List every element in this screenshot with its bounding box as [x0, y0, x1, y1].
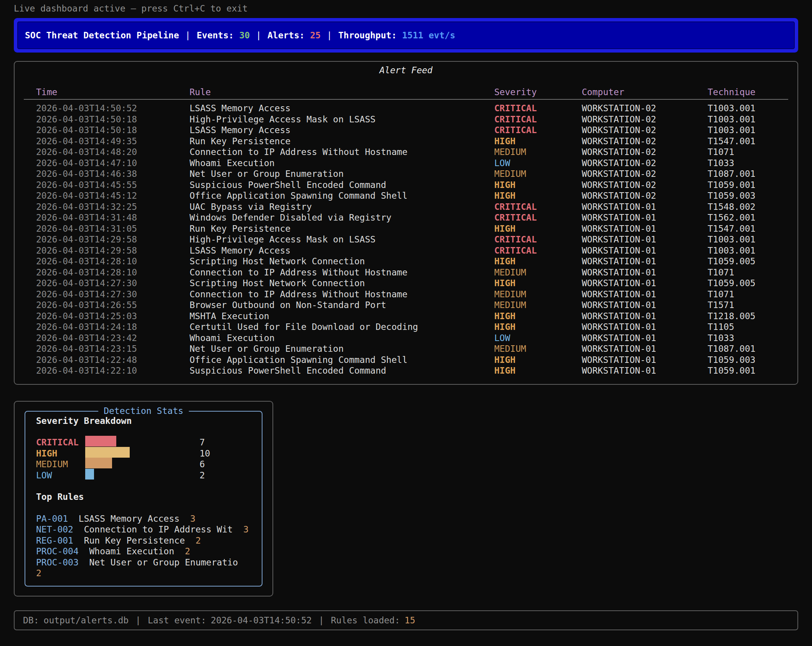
severity-row: CRITICAL 7	[36, 437, 251, 448]
alert-time: 2026-04-03T14:23:42	[24, 333, 177, 344]
alert-technique: T1059.005	[695, 256, 788, 267]
alert-rule: Office Application Spawning Command Shel…	[177, 354, 482, 366]
table-row: 2026-04-03T14:29:58 LSASS Memory Access …	[24, 245, 788, 256]
table-row: 2026-04-03T14:50:18 High-Privilege Acces…	[24, 114, 788, 125]
alert-rule: MSHTA Execution	[177, 311, 482, 322]
column-header-severity: Severity	[482, 87, 569, 98]
last-event-label: Last event:	[148, 615, 206, 625]
table-row: 2026-04-03T14:26:55 Browser Outbound on …	[24, 300, 788, 311]
alert-time: 2026-04-03T14:48:20	[24, 147, 177, 158]
alert-severity: MEDIUM	[482, 147, 569, 158]
severity-breakdown-rows: CRITICAL 7 HIGH 10 MEDIUM 6 LOW 2	[36, 437, 251, 481]
alert-severity: CRITICAL	[482, 201, 569, 213]
severity-label: LOW	[36, 470, 85, 481]
alert-rule: LSASS Memory Access	[177, 125, 482, 136]
alert-computer: WORKSTATION-02	[569, 147, 695, 158]
alert-technique: T1059.001	[695, 365, 788, 376]
alert-time: 2026-04-03T14:29:58	[24, 234, 177, 245]
top-rule-name: Whoami Execution	[89, 546, 174, 556]
alert-computer: WORKSTATION-02	[569, 190, 695, 201]
alert-time: 2026-04-03T14:23:15	[24, 343, 177, 354]
alert-technique: T1003.001	[695, 245, 788, 256]
throughput-value: 1511 evt/s	[402, 30, 455, 40]
alert-computer: WORKSTATION-01	[569, 321, 695, 333]
alert-technique: T1087.001	[695, 343, 788, 354]
alert-time: 2026-04-03T14:31:48	[24, 212, 177, 223]
alert-time: 2026-04-03T14:24:18	[24, 321, 177, 333]
alert-feed-panel: Alert Feed Time Rule Severity Computer T…	[14, 61, 798, 385]
alert-severity: HIGH	[482, 136, 569, 147]
alert-time: 2026-04-03T14:25:03	[24, 311, 177, 322]
alert-computer: WORKSTATION-02	[569, 114, 695, 125]
alert-severity: CRITICAL	[482, 125, 569, 136]
alert-severity: HIGH	[482, 311, 569, 322]
alert-computer: WORKSTATION-01	[569, 278, 695, 289]
top-rule-count: 2	[36, 568, 41, 578]
severity-row: HIGH 10	[36, 448, 251, 459]
alert-technique: T1059.003	[695, 190, 788, 201]
alert-severity: MEDIUM	[482, 267, 569, 278]
table-row: 2026-04-03T14:50:52 LSASS Memory Access …	[24, 103, 788, 114]
alert-severity: HIGH	[482, 223, 569, 234]
severity-bar	[85, 447, 130, 458]
alert-computer: WORKSTATION-02	[569, 180, 695, 191]
severity-label: MEDIUM	[36, 459, 85, 470]
alert-severity: HIGH	[482, 321, 569, 333]
table-row: 2026-04-03T14:31:48 Windows Defender Dis…	[24, 212, 788, 223]
severity-label: HIGH	[36, 448, 85, 459]
alert-rule: Office Application Spawning Command Shel…	[177, 190, 482, 201]
table-row: 2026-04-03T14:27:30 Scripting Host Netwo…	[24, 278, 788, 289]
severity-count: 6	[200, 459, 205, 470]
alert-time: 2026-04-03T14:49:35	[24, 136, 177, 147]
alert-time: 2026-04-03T14:50:18	[24, 125, 177, 136]
top-rule-count: 2	[195, 536, 201, 545]
top-rule-item: PROC-004 Whoami Execution 2	[36, 546, 252, 557]
alert-technique: T1547.001	[695, 136, 788, 147]
alert-technique: T1003.001	[695, 114, 788, 125]
alert-computer: WORKSTATION-01	[569, 245, 695, 256]
alert-technique: T1071	[695, 147, 788, 158]
alert-technique: T1087.001	[695, 168, 788, 180]
alert-computer: WORKSTATION-02	[569, 158, 695, 169]
table-row: 2026-04-03T14:25:03 MSHTA Execution HIGH…	[24, 311, 788, 322]
alert-computer: WORKSTATION-01	[569, 354, 695, 366]
table-row: 2026-04-03T14:45:12 Office Application S…	[24, 190, 788, 201]
throughput-label: Throughput:	[338, 30, 396, 40]
alert-rule: Scripting Host Network Connection	[177, 256, 482, 267]
alert-rule: Suspicious PowerShell Encoded Command	[177, 180, 482, 191]
table-row: 2026-04-03T14:23:42 Whoami Execution LOW…	[24, 333, 788, 344]
alert-severity: LOW	[482, 158, 569, 169]
detection-stats-panel: Detection Stats Severity Breakdown CRITI…	[14, 401, 273, 597]
alert-severity: CRITICAL	[482, 103, 569, 114]
top-rule-count: 3	[190, 514, 196, 524]
footer-separator: |	[135, 615, 141, 625]
alert-severity: HIGH	[482, 180, 569, 191]
alert-rule: Net User or Group Enumeration	[177, 343, 482, 354]
alert-severity: CRITICAL	[482, 212, 569, 223]
alert-time: 2026-04-03T14:28:10	[24, 267, 177, 278]
alert-rule: Scripting Host Network Connection	[177, 278, 482, 289]
column-header-rule: Rule	[177, 87, 482, 98]
severity-bar	[85, 458, 112, 468]
alert-technique: T1033	[695, 333, 788, 344]
alert-technique: T1105	[695, 321, 788, 333]
alert-time: 2026-04-03T14:22:48	[24, 354, 177, 366]
alert-severity: HIGH	[482, 354, 569, 366]
alert-computer: WORKSTATION-01	[569, 267, 695, 278]
alert-time: 2026-04-03T14:26:55	[24, 300, 177, 311]
table-row: 2026-04-03T14:29:58 High-Privilege Acces…	[24, 234, 788, 245]
severity-count: 10	[200, 448, 210, 459]
alert-computer: WORKSTATION-01	[569, 365, 695, 376]
severity-row: LOW 2	[36, 470, 251, 481]
alert-computer: WORKSTATION-01	[569, 343, 695, 354]
alert-technique: T1003.001	[695, 234, 788, 245]
alert-severity: MEDIUM	[482, 168, 569, 180]
alert-time: 2026-04-03T14:46:38	[24, 168, 177, 180]
table-row: 2026-04-03T14:50:18 LSASS Memory Access …	[24, 125, 788, 136]
alert-time: 2026-04-03T14:45:12	[24, 190, 177, 201]
events-value: 30	[239, 30, 250, 40]
alert-severity: HIGH	[482, 365, 569, 376]
severity-breakdown-heading: Severity Breakdown	[36, 415, 251, 427]
last-event-value: 2026-04-03T14:50:52	[211, 615, 312, 625]
top-rule-id: NET-002	[36, 524, 73, 534]
